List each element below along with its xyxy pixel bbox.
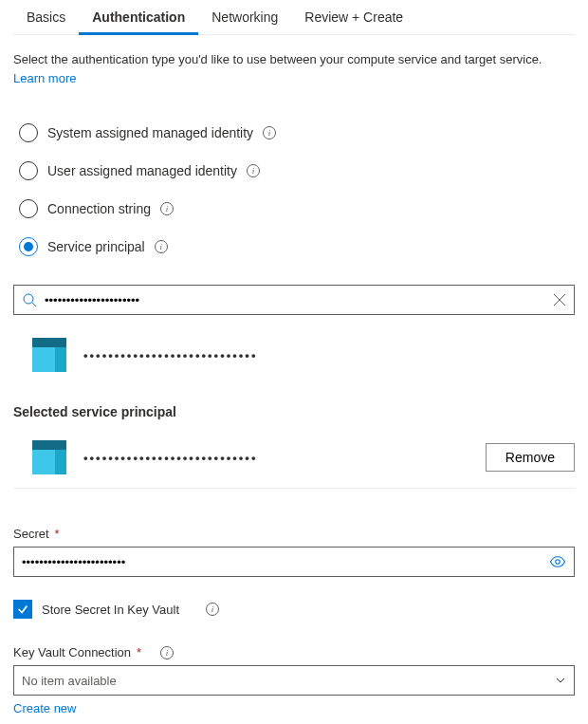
keyvault-connection-label: Key Vault Connection * i	[13, 645, 575, 659]
required-indicator: *	[55, 527, 60, 541]
checkbox-label: Store Secret In Key Vault	[42, 603, 179, 617]
create-new-link[interactable]: Create new	[13, 701, 76, 715]
radio-label: Service principal	[47, 239, 145, 254]
radio-connection-string[interactable]: Connection string i	[19, 190, 575, 228]
radio-label: Connection string	[47, 201, 151, 216]
store-in-keyvault-checkbox[interactable]	[13, 600, 32, 619]
secret-label: Secret *	[13, 527, 575, 541]
required-indicator: *	[137, 645, 141, 659]
chevron-down-icon	[555, 675, 566, 686]
learn-more-link[interactable]: Learn more	[13, 71, 76, 85]
check-icon	[16, 603, 29, 616]
info-icon[interactable]: i	[206, 603, 219, 616]
radio-system-identity[interactable]: System assigned managed identity i	[19, 114, 575, 152]
tab-review-create[interactable]: Review + Create	[291, 0, 416, 35]
app-icon	[32, 338, 66, 372]
info-icon[interactable]: i	[155, 240, 168, 253]
secret-input-wrap[interactable]	[13, 547, 575, 577]
keyvault-connection-select[interactable]: No item available	[13, 665, 575, 696]
select-placeholder: No item available	[22, 674, 117, 688]
description-text: Select the authentication type you'd lik…	[13, 50, 575, 87]
tab-networking[interactable]: Networking	[198, 0, 291, 35]
info-icon[interactable]: i	[160, 646, 174, 659]
secret-input[interactable]	[22, 555, 549, 569]
search-result-item[interactable]: ••••••••••••••••••••••••••••	[13, 328, 575, 381]
radio-icon	[19, 237, 38, 256]
svg-point-0	[24, 294, 33, 304]
selected-name: ••••••••••••••••••••••••••••	[83, 451, 257, 465]
info-icon[interactable]: i	[160, 202, 174, 215]
selected-principal-heading: Selected service principal	[13, 404, 575, 419]
svg-line-1	[32, 303, 36, 306]
info-icon[interactable]: i	[263, 126, 276, 139]
radio-service-principal[interactable]: Service principal i	[19, 228, 575, 266]
service-principal-search[interactable]	[13, 285, 575, 315]
app-icon	[32, 440, 66, 474]
radio-icon	[19, 161, 38, 180]
radio-icon	[19, 199, 38, 218]
description-body: Select the authentication type you'd lik…	[13, 52, 542, 66]
radio-label: User assigned managed identity	[47, 163, 237, 178]
store-in-keyvault-row: Store Secret In Key Vault i	[13, 600, 575, 619]
svg-point-4	[556, 560, 560, 565]
radio-user-identity[interactable]: User assigned managed identity i	[19, 152, 575, 190]
search-icon	[22, 292, 37, 307]
tabs: Basics Authentication Networking Review …	[13, 0, 575, 35]
search-input[interactable]	[45, 293, 545, 307]
radio-label: System assigned managed identity	[47, 125, 253, 140]
tab-basics[interactable]: Basics	[13, 0, 79, 35]
selected-principal-row: •••••••••••••••••••••••••••• Remove	[13, 427, 575, 489]
clear-icon[interactable]	[553, 293, 566, 306]
tab-authentication[interactable]: Authentication	[79, 0, 198, 35]
remove-button[interactable]: Remove	[486, 443, 575, 472]
auth-type-radiogroup: System assigned managed identity i User …	[13, 114, 575, 266]
radio-icon	[19, 123, 38, 142]
reveal-icon[interactable]	[549, 553, 566, 570]
info-icon[interactable]: i	[247, 164, 260, 177]
result-name: ••••••••••••••••••••••••••••	[83, 348, 257, 362]
